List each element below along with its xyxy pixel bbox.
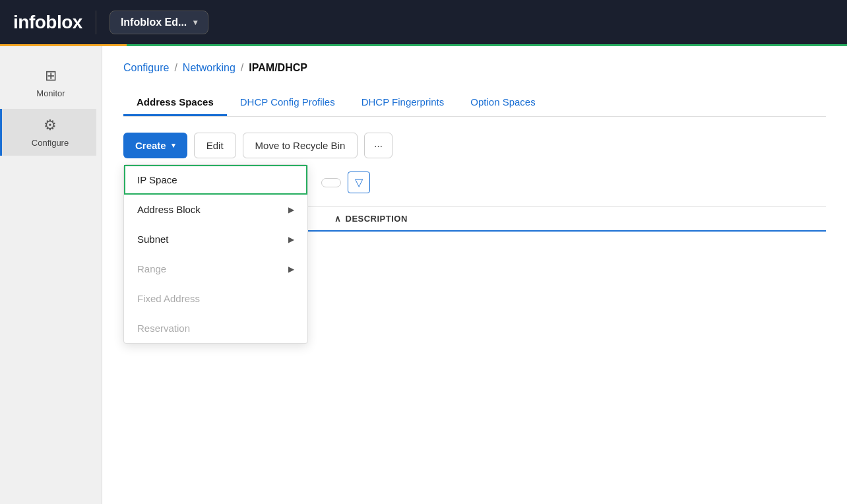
main-layout: ⊞ Monitor ⚙ Configure Configure / Networ… <box>0 46 847 504</box>
tab-dhcp-fingerprints[interactable]: DHCP Fingerprints <box>348 90 458 116</box>
sidebar: ⊞ Monitor ⚙ Configure <box>0 46 102 504</box>
dropdown-item-fixed-address: Fixed Address <box>124 284 307 313</box>
logo-area: infoblox <box>13 12 82 33</box>
dropdown-item-address-block[interactable]: Address Block ▶ <box>124 195 307 224</box>
dropdown-range-label: Range <box>137 263 166 274</box>
submenu-arrow-icon-3: ▶ <box>288 265 294 274</box>
tab-dhcp-config[interactable]: DHCP Config Profiles <box>227 90 348 116</box>
description-column-header[interactable]: ∧ DESCRIPTION <box>334 214 826 224</box>
filter-toggle[interactable] <box>321 178 341 187</box>
breadcrumb-networking[interactable]: Networking <box>183 62 235 74</box>
breadcrumb-current: IPAM/DHCP <box>249 62 307 74</box>
sidebar-item-configure[interactable]: ⚙ Configure <box>0 109 96 156</box>
grid-icon: ⊞ <box>45 67 57 84</box>
filter-row: ▽ <box>321 172 826 193</box>
sidebar-item-monitor[interactable]: ⊞ Monitor <box>5 59 96 106</box>
sort-arrow-icon: ∧ <box>334 214 342 224</box>
dropdown-address-block-label: Address Block <box>137 204 201 215</box>
submenu-arrow-icon-2: ▶ <box>288 235 294 244</box>
breadcrumb-configure[interactable]: Configure <box>123 62 169 74</box>
breadcrumb-sep-2: / <box>241 62 243 74</box>
content-area: Configure / Networking / IPAM/DHCP Addre… <box>102 46 847 504</box>
top-navigation: infoblox Infoblox Ed... ▾ <box>0 0 847 46</box>
chevron-down-icon: ▾ <box>193 18 197 27</box>
toolbar: Create ▾ Edit Move to Recycle Bin ··· IP… <box>123 133 826 158</box>
logo: infoblox <box>13 12 82 33</box>
breadcrumb-sep-1: / <box>174 62 177 74</box>
tab-option-spaces[interactable]: Option Spaces <box>457 90 548 116</box>
dropdown-item-reservation: Reservation <box>124 313 307 343</box>
tab-address-spaces[interactable]: Address Spaces <box>123 90 227 116</box>
filter-icon: ▽ <box>355 176 363 189</box>
dropdown-item-range: Range ▶ <box>124 254 307 284</box>
create-dropdown-menu: IP Space Address Block ▶ Subnet ▶ Range … <box>123 164 308 344</box>
dropdown-item-ip-space[interactable]: IP Space <box>124 165 307 195</box>
nav-divider <box>96 11 96 34</box>
gear-icon: ⚙ <box>44 117 57 134</box>
dropdown-item-subnet[interactable]: Subnet ▶ <box>124 224 307 254</box>
create-chevron-icon: ▾ <box>172 141 175 150</box>
tab-bar: Address Spaces DHCP Config Profiles DHCP… <box>123 90 826 117</box>
sidebar-item-configure-label: Configure <box>32 138 69 148</box>
breadcrumb: Configure / Networking / IPAM/DHCP <box>123 62 826 74</box>
edit-button[interactable]: Edit <box>194 133 236 158</box>
instance-selector[interactable]: Infoblox Ed... ▾ <box>110 11 208 34</box>
dropdown-reservation-label: Reservation <box>137 323 190 334</box>
instance-label: Infoblox Ed... <box>121 16 187 28</box>
dropdown-subnet-label: Subnet <box>137 234 169 245</box>
sidebar-item-monitor-label: Monitor <box>36 88 65 98</box>
create-button[interactable]: Create ▾ <box>123 133 187 158</box>
dropdown-ip-space-label: IP Space <box>137 174 177 185</box>
more-button[interactable]: ··· <box>364 133 392 158</box>
recycle-button[interactable]: Move to Recycle Bin <box>243 133 358 158</box>
description-col-label: DESCRIPTION <box>346 214 408 224</box>
submenu-arrow-icon: ▶ <box>288 205 294 214</box>
dropdown-fixed-address-label: Fixed Address <box>137 293 200 304</box>
create-button-label: Create <box>135 140 166 151</box>
filter-button[interactable]: ▽ <box>348 172 370 193</box>
